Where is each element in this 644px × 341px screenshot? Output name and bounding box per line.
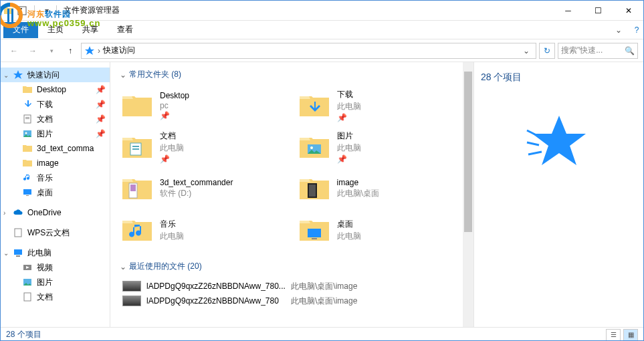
sidebar-onedrive[interactable]: ›OneDrive [1,205,110,220]
video-icon [22,262,33,273]
svg-rect-10 [26,195,29,196]
search-icon: 🔍 [625,46,635,55]
folder-icon [121,91,153,120]
properties-icon[interactable] [17,5,27,16]
folder-item[interactable]: Desktop pc 📌 [120,87,294,124]
main-content: ⌄ 常用文件夹 (8) Desktop pc 📌 下载 此电脑 📌 文档 [110,62,473,327]
sidebar-item-3dtext[interactable]: 3d_text_comma [1,141,110,156]
sidebar-item-desktop[interactable]: Desktop📌 [1,82,110,97]
folder-name: 文档 [160,130,184,142]
svg-point-21 [310,146,313,149]
svg-rect-5 [25,117,29,118]
svg-rect-23 [130,185,136,191]
folder-item[interactable]: image 此电脑\桌面 [297,170,471,207]
sidebar-item-label: Desktop [37,85,66,94]
pin-icon: 📌 [96,85,106,94]
svg-rect-25 [309,185,316,197]
back-button[interactable]: ← [6,43,22,59]
refresh-button[interactable]: ↻ [539,43,555,59]
recent-file-item[interactable]: lADPDgQ9qxzZ26zNBBDNAww_780... 此电脑\桌面\im… [120,279,471,294]
folder-icon [3,5,14,16]
chevron-down-icon[interactable]: ⌄ [3,72,9,79]
ribbon: 文件 主页 共享 查看 ⌄ ? [1,21,643,39]
search-input[interactable]: 搜索"快速... 🔍 [558,43,638,59]
sidebar-item-music[interactable]: 音乐 [1,170,110,185]
breadcrumb[interactable]: 快速访问 [103,45,135,56]
preview-title: 28 个项目 [481,72,637,84]
recent-dropdown[interactable]: ▾ [43,43,60,59]
document-icon [22,292,33,302]
address-bar[interactable]: › 快速访问 ⌄ [81,43,536,59]
search-placeholder: 搜索"快速... [561,45,603,56]
folder-location: 软件 (D:) [160,188,233,199]
section-title: 最近使用的文件 (20) [129,261,202,272]
help-icon[interactable]: ? [630,25,643,35]
quick-access-star-icon [481,110,637,177]
sidebar-pc-videos[interactable]: 视频 [1,260,110,275]
file-tab[interactable]: 文件 [3,22,38,38]
sidebar-item-label: 快速访问 [27,70,60,81]
sidebar-pc-pictures[interactable]: 图片 [1,275,110,290]
desktop-icon [22,187,33,198]
folder-item[interactable]: 图片 此电脑 📌 [297,128,471,166]
ribbon-expand-icon[interactable]: ⌄ [615,25,622,35]
details-view-button[interactable]: ☰ [606,329,621,341]
recent-file-item[interactable]: lADPDgQ9qxzZ26zNBBDNAww_780 此电脑\桌面\image [120,294,471,308]
pin-icon: 📌 [337,113,361,122]
folder-location: 此电脑\桌面 [337,188,379,199]
frequent-folders-header[interactable]: ⌄ 常用文件夹 (8) [120,69,471,80]
sidebar-item-desktop2[interactable]: 桌面 [1,185,110,200]
folder-item[interactable]: 音乐 此电脑 [120,211,294,249]
cloud-icon [13,207,23,218]
qat-dropdown-icon[interactable]: ▾ [41,5,52,16]
folder-name: image [337,178,379,187]
pin-icon: 📌 [160,111,189,120]
svg-rect-27 [312,238,317,239]
navbar: ← → ▾ ↑ › 快速访问 ⌄ ↻ 搜索"快速... 🔍 [1,39,643,62]
maximize-button[interactable]: ☐ [583,1,613,21]
sidebar: ⌄ 快速访问 Desktop📌 下载📌 文档📌 图片📌 3d_text_comm… [1,62,110,327]
folder-location: 此电脑 [160,231,184,242]
svg-rect-2 [18,7,26,15]
scrollbar-thumb[interactable] [464,72,472,232]
close-button[interactable]: ✕ [613,1,643,21]
folder-item[interactable]: 下载 此电脑 📌 [297,87,471,124]
sidebar-this-pc[interactable]: ⌄此电脑 [1,245,110,260]
scrollbar[interactable] [463,62,473,327]
folder-item[interactable]: 桌面 此电脑 [297,211,471,249]
sidebar-pc-documents[interactable]: 文档 [1,290,110,304]
sidebar-item-pictures[interactable]: 图片📌 [1,126,110,141]
file-thumbnail [122,296,141,306]
sidebar-quick-access[interactable]: ⌄ 快速访问 [1,68,110,82]
tab-view[interactable]: 查看 [108,21,142,38]
icons-view-button[interactable]: ▦ [623,329,638,341]
sidebar-item-image[interactable]: image [1,156,110,170]
statusbar: 28 个项目 ☰ ▦ [1,327,643,341]
sidebar-item-label: 图片 [37,128,53,140]
address-dropdown-icon[interactable]: ⌄ [520,46,533,55]
folder-name: 音乐 [160,219,184,230]
folder-item[interactable]: 3d_text_commander 软件 (D:) [120,170,294,207]
chevron-right-icon[interactable]: › [3,209,5,217]
pin-icon: 📌 [96,100,106,109]
folder-name: 图片 [337,130,361,142]
sidebar-wps[interactable]: WPS云文档 [1,225,110,240]
sidebar-item-label: OneDrive [27,208,62,217]
recent-files-header[interactable]: ⌄ 最近使用的文件 (20) [120,261,471,272]
sidebar-item-label: image [37,158,59,168]
sidebar-item-label: 下载 [37,99,53,110]
sidebar-item-documents[interactable]: 文档📌 [1,112,110,126]
forward-button[interactable]: → [25,43,41,59]
folder-icon [22,158,33,168]
chevron-down-icon[interactable]: ⌄ [3,249,9,257]
chevron-down-icon: ⌄ [120,70,126,80]
up-button[interactable]: ↑ [62,43,78,59]
tab-share[interactable]: 共享 [73,21,108,38]
folder-item[interactable]: 文档 此电脑 📌 [120,128,294,166]
svg-rect-26 [308,229,321,237]
sidebar-item-downloads[interactable]: 下载📌 [1,97,110,112]
picture-icon [22,128,33,139]
sidebar-item-label: 图片 [37,277,53,288]
minimize-button[interactable]: ─ [553,1,583,21]
tab-home[interactable]: 主页 [38,21,73,38]
